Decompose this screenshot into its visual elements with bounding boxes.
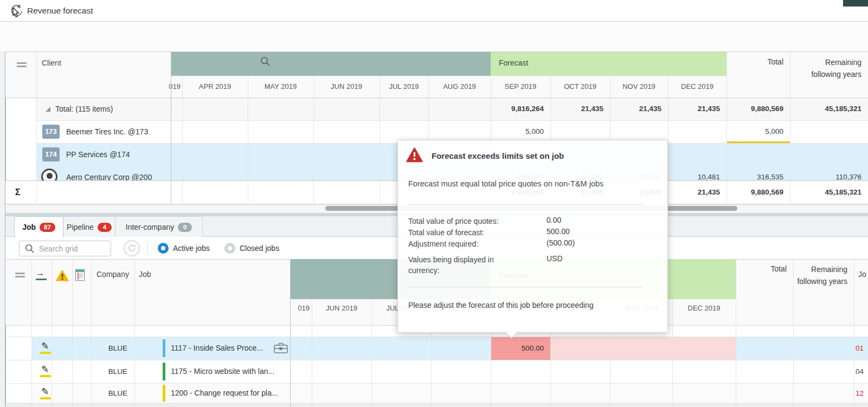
warning-icon [406,147,423,163]
avatar [41,169,57,180]
tab-badge: 4 [98,223,112,232]
client-badge: 173 [42,125,60,139]
summary-total: 9,880,569 [726,180,783,204]
alert-cell-range[interactable] [550,337,736,360]
job-column-header[interactable]: Job [139,270,151,279]
grid-line [248,76,248,204]
company-column-header[interactable]: Company [97,270,129,279]
grid-line [5,360,868,360]
grid-line [793,259,794,407]
cell-total[interactable]: 5,000 [726,120,783,143]
month-header: NOV 2019 [610,76,668,98]
tab-inter-company[interactable]: Inter-company 0 [115,216,203,238]
grid-line [91,259,92,407]
field-value: 0.00 [546,216,561,224]
radio-active-jobs-label[interactable]: Active jobs [173,244,210,253]
edge-cell[interactable]: 12 [856,383,864,403]
job-row[interactable] [31,360,868,383]
job-partial-column-header[interactable]: Jo [858,270,866,279]
month-header: OCT 2019 [550,76,610,98]
edge-cell[interactable]: 01 [856,337,864,360]
cell-remaining[interactable]: 45,185,321 [790,98,861,120]
dialog-title: Forecast exceeds limits set on job [432,151,564,160]
equals-icon [17,62,27,64]
grid-line [5,383,868,384]
month-header: JUN 2019 [312,299,371,318]
left-edge-gutter [0,22,5,407]
actuals-band [171,51,491,76]
client-column-header[interactable]: Client [42,59,61,67]
revenue-forecast-window: Revenue forecast + 18 - RF RLF July 2021… [0,0,868,407]
grid-line [72,259,73,407]
edit-icon[interactable]: ✎ [41,365,49,374]
cell-total[interactable]: 9,880,569 [726,98,783,120]
tab-job[interactable]: Job 87 [14,216,63,237]
dialog-footer: Please adjust the forecast of this job b… [408,301,594,309]
grid-line [290,259,291,407]
grid-line [380,76,380,204]
job-cell[interactable]: 1175 - Micro website with lan... [171,360,274,383]
field-label: Total value of forecast: [408,227,544,238]
job-cell[interactable]: 1200 - Change request for pla... [171,383,278,403]
tab-label: Job [22,223,36,231]
edit-icon[interactable]: ✎ [41,387,49,396]
radio-closed-jobs-label[interactable]: Closed jobs [240,244,279,253]
toolbar-separator [147,241,148,256]
job-color-bar [163,363,165,380]
grid-line [312,299,312,407]
refresh-button[interactable] [124,240,140,256]
cell-total[interactable]: 316,535 [726,166,783,180]
briefcase-icon[interactable] [274,343,288,354]
grid-line [36,120,868,121]
cell-oct[interactable]: 21,435 [550,98,603,120]
arrow-right-icon: → [36,268,44,278]
column-chooser-icon[interactable] [15,273,25,278]
tab-pipeline[interactable]: Pipeline 4 [62,216,116,238]
month-header: JUL 2019 [380,76,428,98]
equals-icon [15,276,25,277]
job-cell[interactable]: 1117 - Inside Sales Proce... [171,337,263,360]
expand-icon[interactable] [46,107,50,112]
title-bar: Revenue forecast [0,0,868,22]
top-toolbar: + 18 - RF RLF July 2021 - 7/21/2021, ...… [0,22,868,51]
warning-column-header[interactable] [56,270,69,281]
jump-to-column-header[interactable]: → [36,268,48,281]
sigma-icon: Σ [15,180,21,204]
radio-closed-jobs[interactable] [224,243,235,254]
column-chooser-icon[interactable] [17,62,27,68]
month-header: APR 2019 [182,76,248,98]
remaining-column-header[interactable]: Remaining following years [802,56,861,80]
edge-cell[interactable]: 04 [856,360,864,383]
edit-icon-underline [40,352,51,354]
grid-line [5,403,868,404]
edit-icon[interactable]: ✎ [41,341,49,351]
calculation-column-header[interactable] [75,269,86,281]
summary-dec: 21,435 [668,180,720,204]
cell-remaining[interactable]: 110,376 [790,166,861,180]
forecast-cell-sep[interactable]: 500.00 [491,337,544,360]
grid-line [736,259,736,407]
total-column-header[interactable]: Total [726,57,783,66]
cell-dec[interactable]: 21,435 [668,98,720,120]
tab-badge: 0 [178,223,192,232]
cell-sep[interactable]: 9,816,264 [491,98,544,120]
equals-icon [15,273,25,274]
grid-line [5,337,868,337]
remaining-column-header[interactable]: Remaining following years [794,263,847,287]
cell-nov[interactable]: 21,435 [610,98,661,120]
month-header: DEC 2019 [672,299,736,318]
field-value: USD [546,254,563,263]
equals-icon [17,66,27,67]
tab-label: Inter-company [126,223,174,231]
job-row[interactable] [31,383,868,403]
job-row[interactable] [31,337,868,360]
forecast-warning-dialog: Forecast exceeds limits set on job Forec… [397,140,668,333]
grid-line [5,51,868,52]
grid-line [790,51,790,204]
month-header: 019 [288,299,310,318]
total-column-header[interactable]: Total [736,264,787,273]
radio-active-jobs[interactable] [158,243,169,254]
search-icon [260,56,271,67]
cell-dec[interactable]: 10,481 [668,166,720,180]
field-value: 500.00 [546,227,570,236]
